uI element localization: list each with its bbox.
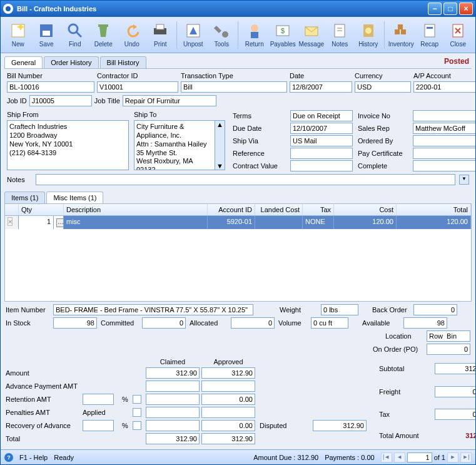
reference-input[interactable] (290, 148, 353, 159)
page-input[interactable] (407, 452, 432, 462)
ap-account-input[interactable] (413, 81, 475, 93)
col-header[interactable]: Landed Cost (255, 204, 303, 215)
undo-button[interactable]: Undo (118, 19, 146, 51)
scroll-down-icon[interactable]: ▼ (216, 162, 223, 170)
total-claimed-input[interactable] (146, 433, 200, 444)
complete-input[interactable] (413, 160, 475, 171)
tab-items-[interactable]: Items (1) (4, 192, 45, 203)
ship-to-scrollbar[interactable]: ▲▼ (215, 120, 225, 170)
delete-button[interactable]: Delete (90, 19, 118, 51)
find-button[interactable]: Find (61, 19, 89, 51)
notes-dropdown-icon[interactable]: ▼ (459, 175, 469, 185)
subtotal-input[interactable] (435, 363, 475, 374)
penalties-checkbox[interactable] (133, 408, 141, 417)
location-input[interactable] (427, 330, 470, 342)
return-icon (246, 22, 263, 39)
col-header[interactable]: Account ID (208, 204, 255, 215)
amount-claimed-input[interactable] (146, 367, 200, 379)
tab-order-history[interactable]: Order History (44, 56, 98, 68)
col-header[interactable]: Qty (19, 204, 64, 215)
terms-input[interactable] (290, 110, 353, 121)
notes-button[interactable]: Notes (326, 19, 353, 51)
available-input[interactable] (403, 317, 447, 329)
back-order-input[interactable] (413, 304, 457, 315)
transaction-type-input[interactable] (181, 81, 287, 93)
col-header[interactable]: Total (397, 204, 471, 215)
delete-row-icon[interactable]: × (8, 217, 13, 226)
recap-button[interactable]: Recap (416, 19, 443, 51)
rec-approved-input[interactable] (201, 420, 255, 431)
invoice-no-input[interactable] (413, 110, 475, 121)
due-date-input[interactable] (290, 123, 353, 134)
first-page-button[interactable]: |◄ (381, 452, 392, 462)
col-header[interactable]: Cost (334, 204, 397, 215)
scroll-up-icon[interactable]: ▲ (216, 121, 223, 128)
maximize-button[interactable]: □ (443, 3, 457, 15)
total-approved-input[interactable] (201, 433, 255, 444)
recovery-checkbox[interactable] (133, 421, 141, 430)
return-button[interactable]: Return (241, 19, 268, 51)
last-page-button[interactable]: ►| (460, 452, 472, 462)
ret-approved-input[interactable] (201, 394, 255, 405)
close-window-button[interactable]: × (459, 3, 473, 15)
ship-via-input[interactable] (290, 135, 353, 146)
tab-bill-history[interactable]: Bill History (100, 56, 146, 68)
pen-approved-input[interactable] (201, 407, 255, 418)
adv-claimed-input[interactable] (146, 381, 200, 392)
prev-page-button[interactable]: ◄ (394, 452, 405, 462)
inventory-button[interactable]: Inventory (387, 19, 415, 51)
minimize-button[interactable]: − (428, 3, 442, 15)
amount-approved-input[interactable] (201, 367, 255, 379)
tools-button[interactable]: Tools (208, 19, 235, 51)
new-button[interactable]: New (4, 19, 32, 51)
col-header[interactable]: Tax (303, 204, 334, 215)
print-button[interactable]: Print (147, 19, 175, 51)
job-title-input[interactable] (123, 95, 216, 106)
lookup-icon[interactable]: … (56, 218, 64, 227)
job-id-input[interactable] (29, 95, 92, 106)
ship-from-address[interactable]: Craftech Industries 1200 Broadway New Yo… (7, 120, 129, 170)
unpost-button[interactable]: Unpost (180, 19, 207, 51)
notes-input[interactable] (36, 174, 455, 185)
help-icon[interactable]: ? (4, 453, 13, 462)
message-button[interactable]: Message (298, 19, 325, 51)
tab-misc-items-[interactable]: Misc Items (1) (46, 192, 103, 203)
ordered-by-input[interactable] (413, 135, 475, 146)
pen-claimed-input[interactable] (146, 407, 200, 418)
sales-rep-input[interactable] (413, 123, 475, 134)
next-page-button[interactable]: ► (447, 452, 458, 462)
ret-claimed-input[interactable] (146, 394, 200, 405)
adv-approved-input[interactable] (201, 381, 255, 392)
date-input[interactable] (290, 81, 352, 93)
history-button[interactable]: History (355, 19, 382, 51)
allocated-input[interactable] (231, 317, 275, 329)
close-button[interactable]: Close (444, 19, 472, 51)
col-header[interactable] (5, 204, 19, 215)
save-button[interactable]: Save (33, 19, 61, 51)
disputed-input[interactable] (313, 420, 367, 431)
col-header[interactable]: Description (64, 204, 208, 215)
bill-number-input[interactable] (7, 81, 94, 93)
in-stock-input[interactable] (53, 317, 97, 329)
retention-checkbox[interactable] (133, 395, 141, 404)
item-number-input[interactable] (53, 304, 253, 315)
ship-to-address[interactable]: City Furniture & Appliance, Inc. Attn : … (134, 120, 215, 170)
payables-button[interactable]: $Payables (269, 19, 296, 51)
total-amount-value: 312.90 (435, 432, 475, 439)
tax-input[interactable] (435, 409, 475, 420)
rec-claimed-input[interactable] (146, 420, 200, 431)
notes-icon (331, 22, 348, 39)
freight-input[interactable] (435, 386, 475, 397)
committed-input[interactable] (142, 317, 186, 329)
tab-general[interactable]: General (4, 56, 43, 68)
retention-pct-input[interactable] (83, 394, 114, 405)
contract-value-input[interactable] (290, 160, 353, 171)
on-order-input[interactable] (427, 344, 470, 355)
pay-certificate-input[interactable] (413, 148, 475, 159)
volume-input[interactable] (311, 317, 348, 329)
weight-input[interactable] (321, 304, 358, 315)
grid-row[interactable]: × 1 … misc 5920-01 NONE 120.00 120.00 (5, 216, 471, 229)
currency-input[interactable] (355, 81, 411, 93)
recovery-pct-input[interactable] (83, 420, 114, 431)
contractor-id-input[interactable] (97, 81, 178, 93)
